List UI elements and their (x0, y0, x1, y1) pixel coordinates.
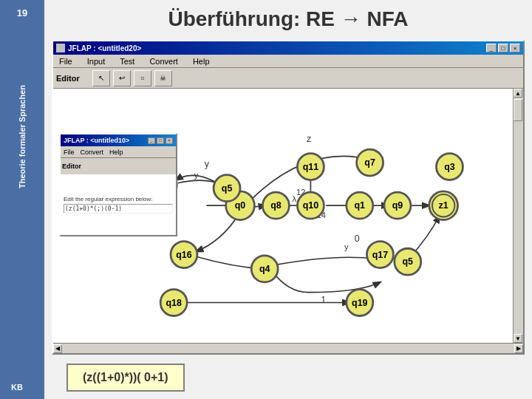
menu-test[interactable]: Test (117, 55, 137, 67)
toolbar-select[interactable]: ↖ (92, 70, 110, 86)
scroll-left-button[interactable]: ◀ (53, 344, 62, 353)
svg-text:q11: q11 (303, 162, 319, 172)
h-scrollbar-track (62, 345, 514, 352)
small-menu-file[interactable]: File (64, 149, 75, 156)
svg-text:q8: q8 (270, 200, 282, 211)
small-menu-help[interactable]: Help (109, 149, 123, 156)
jflap-title: JFLAP : <untitled20> (56, 44, 141, 52)
svg-text:q16: q16 (176, 250, 192, 260)
svg-text:q1: q1 (355, 200, 366, 211)
scroll-right-button[interactable]: ▶ (514, 344, 523, 353)
scroll-down-button[interactable]: ▼ (514, 334, 522, 343)
svg-text:z1: z1 (439, 200, 449, 211)
small-close[interactable]: × (166, 137, 173, 144)
jflap-small-content: Edit the regular expression below: (z(1+… (61, 174, 176, 235)
menu-input[interactable]: Input (84, 55, 108, 67)
svg-text:1: 1 (321, 295, 326, 305)
window-controls: _ □ × (486, 44, 520, 52)
main-content: Überführung: RE → NFA JFLAP : <untitled2… (44, 0, 532, 399)
small-maximize[interactable]: □ (157, 137, 164, 144)
toolbar-label: Editor (56, 74, 80, 83)
svg-text:0: 0 (355, 233, 360, 244)
svg-text:q10: q10 (303, 200, 319, 211)
menu-help[interactable]: Help (190, 55, 213, 67)
sidebar: 19 Theorie formaler Sprachen KB (0, 0, 44, 399)
close-button[interactable]: × (510, 44, 520, 52)
toolbar-undo[interactable]: ↩ (113, 70, 131, 86)
scrollbar-horizontal[interactable]: ◀ ▶ (53, 343, 523, 353)
svg-text:q5: q5 (222, 183, 233, 194)
small-toolbar-label: Editor (62, 163, 81, 170)
svg-text:y: y (344, 242, 349, 251)
slide-number: 19 (17, 7, 27, 18)
small-menu-convert[interactable]: Convert (81, 149, 104, 156)
jflap-menubar: File Input Test Convert Help (53, 55, 523, 68)
svg-text:q4: q4 (259, 264, 270, 274)
sidebar-label: Theorie formaler Sprachen (17, 85, 27, 188)
small-re-content: Edit the regular expression below: (z(1+… (61, 193, 176, 216)
jflap-main-window: JFLAP : <untitled20> _ □ × File Input Te… (52, 40, 525, 355)
minimize-button[interactable]: _ (486, 44, 497, 52)
jflap-small-menubar: File Convert Help (61, 146, 176, 158)
svg-text:q3: q3 (444, 162, 455, 172)
kb-label: KB (11, 383, 23, 392)
svg-text:y: y (194, 171, 199, 180)
menu-file[interactable]: File (56, 55, 75, 67)
menu-convert[interactable]: Convert (146, 55, 181, 67)
jflap-content: y z λ 12 14 y (53, 89, 523, 343)
jflap-titlebar: JFLAP : <untitled20> _ □ × (53, 41, 523, 55)
jflap-small-toolbar: Editor (61, 158, 176, 174)
svg-text:q7: q7 (364, 157, 375, 168)
small-minimize[interactable]: _ (148, 137, 155, 144)
jflap-small-titlebar: JFLAP : <untitled10> _ □ × (61, 134, 176, 146)
toolbar-state[interactable]: ○ (134, 70, 151, 86)
svg-text:z: z (307, 134, 311, 144)
scroll-up-button[interactable]: ▲ (514, 89, 522, 98)
svg-text:y: y (205, 159, 210, 169)
jflap-toolbar: Editor ↖ ↩ ○ ☠ (53, 68, 523, 89)
small-re-label: Edit the regular expression below: (64, 196, 173, 202)
svg-text:q17: q17 (372, 250, 389, 260)
svg-text:q0: q0 (235, 200, 246, 211)
svg-text:q19: q19 (352, 298, 368, 308)
small-window-controls: _ □ × (148, 137, 173, 144)
svg-text:q5: q5 (403, 256, 414, 267)
regex-value: (z((1+0)*))( 0+1) (83, 371, 168, 383)
regex-display: (z((1+0)*))( 0+1) (66, 364, 185, 392)
jflap-icon (56, 44, 65, 52)
svg-text:q9: q9 (392, 200, 403, 211)
jflap-small-title: JFLAP : <untitled10> (64, 137, 129, 144)
maximize-button[interactable]: □ (498, 44, 508, 52)
scroll-thumb[interactable] (514, 99, 522, 121)
svg-text:q18: q18 (166, 298, 182, 308)
jflap-small-window: JFLAP : <untitled10> _ □ × File Convert … (59, 133, 177, 236)
scrollbar-vertical[interactable]: ▲ ▼ (513, 89, 523, 343)
toolbar-skull[interactable]: ☠ (154, 70, 172, 86)
page-title: Überführung: RE → NFA (52, 7, 525, 31)
small-re-input[interactable]: (z(1+0)*(;)(0-1) (64, 204, 173, 214)
